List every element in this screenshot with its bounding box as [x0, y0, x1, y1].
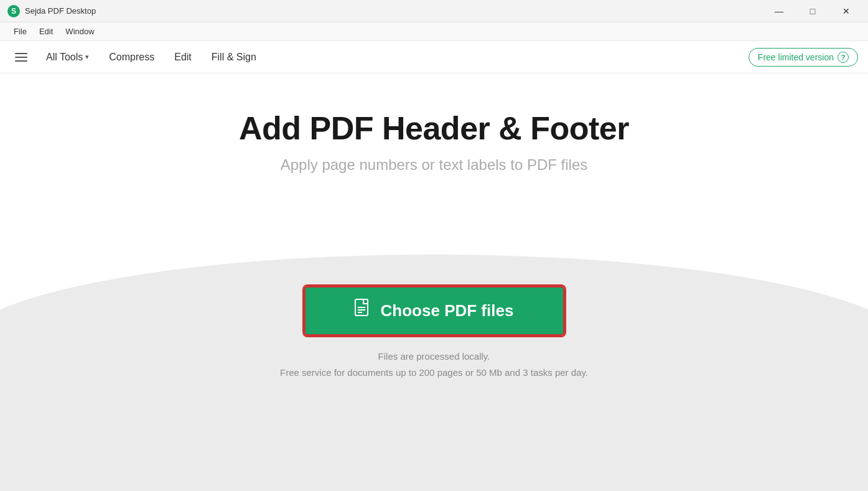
minimize-button[interactable]: — [765, 2, 793, 21]
hamburger-line [15, 53, 27, 54]
choose-files-section: Choose PDF files Files are processed loc… [280, 286, 588, 380]
all-tools-button[interactable]: All Tools ▾ [37, 48, 98, 67]
all-tools-label: All Tools [46, 52, 83, 63]
menu-edit[interactable]: Edit [33, 24, 59, 39]
page-subtitle: Apply page numbers or text labels to PDF… [239, 156, 629, 174]
app-title: Sejda PDF Desktop [25, 6, 765, 16]
chevron-down-icon: ▾ [85, 53, 89, 61]
hamburger-menu-button[interactable] [10, 48, 32, 67]
fill-sign-button[interactable]: Fill & Sign [203, 48, 265, 67]
file-info-line-2: Free service for documents up to 200 pag… [280, 365, 588, 381]
maximize-button[interactable]: □ [798, 2, 827, 21]
close-button[interactable]: ✕ [832, 2, 861, 21]
menu-file[interactable]: File [7, 24, 33, 39]
free-version-label: Free limited version [758, 52, 834, 62]
file-info: Files are processed locally. Free servic… [280, 348, 588, 380]
window-controls: — □ ✕ [765, 2, 861, 21]
menu-bar: File Edit Window [0, 22, 868, 41]
toolbar-navigation: All Tools ▾ Compress Edit Fill & Sign [37, 48, 749, 67]
edit-button[interactable]: Edit [166, 48, 200, 67]
free-version-badge[interactable]: Free limited version ? [749, 48, 858, 67]
compress-button[interactable]: Compress [100, 48, 163, 67]
menu-window[interactable]: Window [59, 24, 100, 39]
choose-pdf-files-button[interactable]: Choose PDF files [304, 286, 565, 336]
hamburger-line [15, 57, 27, 58]
toolbar: All Tools ▾ Compress Edit Fill & Sign Fr… [0, 41, 868, 73]
choose-pdf-files-label: Choose PDF files [381, 301, 514, 320]
title-bar: S Sejda PDF Desktop — □ ✕ [0, 0, 868, 22]
page-title-section: Add PDF Header & Footer Apply page numbe… [239, 73, 629, 174]
main-content: Add PDF Header & Footer Apply page numbe… [0, 73, 868, 491]
app-logo: S [7, 5, 20, 17]
file-info-line-1: Files are processed locally. [280, 348, 588, 365]
hamburger-line [15, 60, 27, 62]
pdf-file-icon [355, 299, 372, 323]
help-icon: ? [838, 52, 849, 63]
page-title: Add PDF Header & Footer [239, 111, 629, 146]
